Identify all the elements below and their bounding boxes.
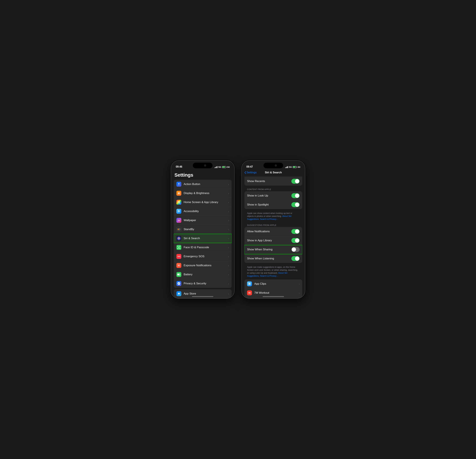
settings-row-sos[interactable]: SOS Emergency SOS › — [174, 252, 232, 261]
toggle-thumb-sharing — [292, 247, 296, 252]
settings-row-homescreen[interactable]: Home Screen & App Library › — [174, 198, 232, 207]
network-type: 5G — [218, 166, 221, 168]
siri-scroll-view[interactable]: Settings Siri & Search Show Recents CONT… — [242, 161, 305, 298]
7m-workout-label: 7M Workout — [254, 291, 298, 294]
siri-label: Siri & Search — [184, 237, 227, 240]
show-when-listening-toggle[interactable] — [291, 256, 300, 261]
settings-row-standby[interactable]: StandBy › — [174, 225, 232, 234]
settings-row-accessibility[interactable]: Accessibility › — [174, 207, 232, 216]
show-recents-group: Show Recents — [244, 177, 302, 186]
signal-bar-2-2 — [286, 167, 287, 168]
settings-row-battery[interactable]: Battery › — [174, 270, 232, 279]
phone-siri-search: 09:47 5G 84 — [241, 160, 305, 299]
appstore-label: App Store — [184, 292, 227, 295]
show-in-spotlight-toggle[interactable] — [291, 202, 300, 207]
app-clips-row[interactable]: App Clips › — [244, 279, 302, 288]
app-clips-chevron: › — [299, 283, 300, 285]
battery-percent: 84 — [227, 166, 230, 168]
settings-row-siri[interactable]: Siri & Search › — [174, 234, 232, 243]
settings-scroll-view[interactable]: Settings Action Button › — [171, 161, 234, 298]
about-siri-link-1[interactable]: About Siri Suggestions, Search & Privacy… — [247, 215, 291, 220]
faceid-chevron: › — [228, 246, 229, 249]
privacy-icon — [176, 281, 181, 286]
show-in-app-library-toggle[interactable] — [291, 238, 300, 243]
standby-icon — [176, 227, 181, 232]
back-button[interactable]: Settings — [244, 171, 256, 174]
svg-point-0 — [178, 184, 179, 185]
settings-row-privacy[interactable]: Privacy & Security › — [174, 279, 232, 288]
battery-tip-2 — [297, 167, 297, 168]
sos-chevron: › — [228, 255, 229, 258]
action-button-icon — [176, 182, 181, 187]
nav-title: Siri & Search — [265, 171, 282, 174]
signal-bar-2-3 — [287, 167, 287, 168]
status-icons: 5G 84 — [214, 166, 230, 168]
exposure-chevron: › — [228, 264, 229, 267]
sos-label: Emergency SOS — [184, 255, 227, 258]
show-in-spotlight-label: Show in Spotlight — [247, 203, 291, 206]
show-in-look-up-label: Show in Look Up — [247, 194, 291, 197]
home-indicator — [192, 296, 213, 297]
svg-line-6 — [178, 192, 178, 192]
show-in-spotlight-row[interactable]: Show in Spotlight — [244, 200, 302, 209]
show-in-look-up-row[interactable]: Show in Look Up — [244, 191, 302, 200]
signal-bar-1 — [214, 167, 215, 168]
nav-bar: Settings Siri & Search — [242, 170, 305, 176]
time-display: 09:46 — [176, 165, 182, 168]
show-in-app-library-row[interactable]: Show in App Library — [244, 236, 302, 245]
toggle-thumb-spotlight — [295, 203, 299, 207]
display-icon — [176, 191, 181, 196]
standby-chevron: › — [228, 228, 229, 231]
front-camera — [204, 165, 206, 167]
show-when-sharing-label: Show When Sharing — [247, 248, 291, 251]
svg-rect-27 — [179, 246, 180, 247]
aftership-row[interactable]: AfterShip › — [244, 297, 302, 298]
toggle-thumb-look-up — [295, 193, 299, 198]
network-type-2: 5G — [289, 166, 292, 168]
content-from-apple-header: CONTENT FROM APPLE — [242, 187, 305, 191]
svg-point-23 — [178, 237, 180, 240]
settings-row-exposure[interactable]: Exposure Notifications › — [174, 261, 232, 270]
settings-row-display[interactable]: Display & Brightness › — [174, 189, 232, 198]
settings-row-faceid[interactable]: Face ID & Passcode › — [174, 243, 232, 252]
svg-rect-20 — [178, 229, 179, 230]
show-when-sharing-toggle[interactable] — [291, 247, 300, 252]
settings-row-wallpaper[interactable]: Wallpaper › — [174, 216, 232, 225]
svg-rect-29 — [179, 248, 180, 249]
about-siri-link-2[interactable]: About Siri Suggestions, Search & Privacy… — [247, 272, 288, 277]
settings-row-action-button[interactable]: Action Button › — [174, 180, 232, 189]
appstore-chevron: › — [228, 292, 229, 295]
battery-fill-2 — [293, 167, 296, 168]
7m-workout-icon — [247, 290, 252, 295]
siri-icon — [176, 236, 181, 241]
battery-body-2 — [293, 166, 297, 168]
toggle-thumb-notifications — [295, 229, 299, 234]
app-list-group: App Clips › 7M Workout › — [244, 279, 302, 298]
appstore-icon — [176, 291, 181, 296]
show-recents-toggle[interactable] — [291, 179, 300, 184]
svg-line-7 — [180, 194, 180, 194]
home-indicator-2 — [263, 296, 284, 297]
allow-notifications-toggle[interactable] — [291, 229, 300, 234]
sos-icon: SOS — [176, 254, 181, 259]
homescreen-icon — [176, 200, 181, 205]
show-when-sharing-row[interactable]: Show When Sharing — [244, 245, 302, 254]
suggestions-from-apple-footer: Apple can make suggestions in apps, on t… — [242, 264, 305, 280]
show-in-look-up-toggle[interactable] — [291, 193, 300, 198]
show-when-listening-row[interactable]: Show When Listening — [244, 254, 302, 263]
svg-rect-45 — [249, 283, 250, 284]
svg-rect-13 — [179, 202, 180, 203]
siri-chevron: › — [228, 237, 229, 240]
allow-notifications-row[interactable]: Allow Notifications — [244, 227, 302, 236]
accessibility-chevron: › — [228, 210, 229, 213]
toggle-thumb — [295, 179, 299, 183]
svg-rect-10 — [178, 201, 179, 202]
7m-workout-chevron: › — [299, 292, 300, 294]
battery-percent-2: 84 — [298, 166, 300, 168]
svg-line-9 — [178, 194, 178, 194]
svg-point-18 — [178, 219, 179, 220]
show-recents-row[interactable]: Show Recents — [244, 177, 302, 186]
wallpaper-label: Wallpaper — [184, 219, 227, 222]
back-label: Settings — [246, 171, 256, 174]
svg-rect-21 — [179, 229, 180, 229]
